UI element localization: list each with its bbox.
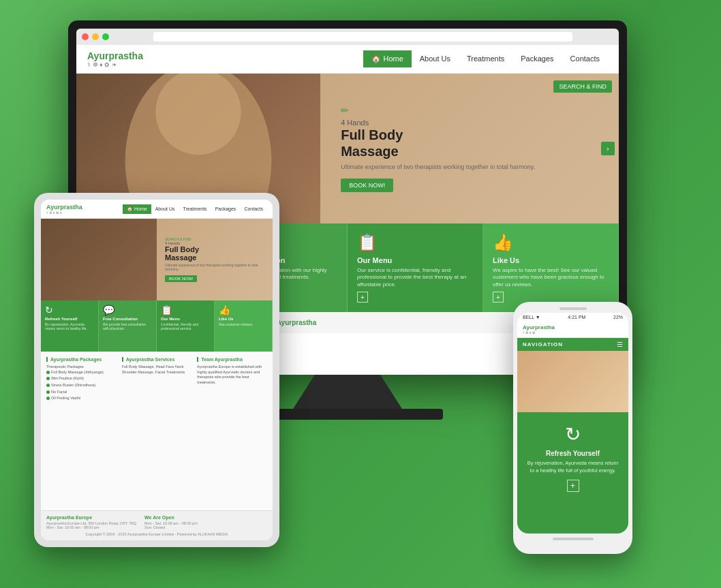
traffic-light-green[interactable] bbox=[102, 33, 109, 40]
phone-header: Ayurprastha ⚕ ☸ ♦ ✿ bbox=[517, 322, 628, 338]
tablet-header: Ayurprastha ⚕ ☸ ♦ ✿ ❧ 🏠 Home About Us Tr… bbox=[41, 200, 273, 219]
tablet-hero-desc: Ultimate experience of two therapists wo… bbox=[165, 263, 264, 271]
pencil-icon: ✏ bbox=[341, 105, 349, 116]
tablet-nav-packages[interactable]: Packages bbox=[211, 204, 241, 214]
phone: BELL ▼ 4:21 PM 22% Ayurprastha ⚕ ☸ ♦ ✿ N… bbox=[513, 302, 632, 554]
phone-home-indicator[interactable] bbox=[553, 538, 594, 540]
phone-hero bbox=[517, 351, 628, 412]
hero-next-arrow[interactable]: › bbox=[601, 142, 615, 155]
tablet-nav-treatments[interactable]: Treatments bbox=[179, 204, 211, 214]
like-icon: 👍 bbox=[493, 233, 513, 252]
phone-feature-title: Refresh Yourself bbox=[546, 450, 600, 457]
traffic-light-red[interactable] bbox=[82, 33, 89, 40]
tablet-screen: Ayurprastha ⚕ ☸ ♦ ✿ ❧ 🏠 Home About Us Tr… bbox=[41, 200, 273, 540]
tablet-hero-image bbox=[41, 219, 157, 300]
phone-logo: Ayurprastha bbox=[523, 324, 555, 330]
feature-menu: 📋 Our Menu Our service is confidential, … bbox=[348, 223, 483, 312]
tablet-packages-text: Therapeutic Packages Full Body Massage (… bbox=[46, 365, 117, 401]
site-logo: Ayurprastha bbox=[87, 50, 143, 61]
tablet-team-title: Team Ayurprastha bbox=[197, 357, 267, 362]
tablet-like-title: Like Us bbox=[219, 317, 233, 321]
phone-carrier: BELL ▼ bbox=[523, 315, 540, 320]
feature-menu-title: Our Menu bbox=[357, 256, 392, 264]
book-now-button[interactable]: BOOK NOW! bbox=[341, 179, 393, 192]
tablet-website: Ayurprastha ⚕ ☸ ♦ ✿ ❧ 🏠 Home About Us Tr… bbox=[41, 200, 273, 540]
tablet-footer: Ayurprastha Europe Ayurprastha Europe Lt… bbox=[41, 510, 273, 540]
tablet-menu-icon: 📋 bbox=[161, 305, 172, 315]
tablet-nav-about[interactable]: About Us bbox=[151, 204, 179, 214]
tablet-feature-menu: 📋 Our Menu Confidential, friendly and pr… bbox=[157, 300, 215, 352]
scene: Ayurprastha ⚕ ☸ ♦ ✿ ❧ 🏠 Home About Us Tr… bbox=[0, 0, 721, 588]
hero-description: Ultimate experience of two therapists wo… bbox=[341, 164, 535, 170]
phone-battery: 22% bbox=[613, 315, 623, 320]
tablet-col-team: Team Ayurprastha Ayurprastha Europe is e… bbox=[197, 357, 267, 403]
search-find-button[interactable]: SEARCH & FIND bbox=[553, 80, 612, 93]
tablet-col-packages: Ayurprastha Packages Therapeutic Package… bbox=[46, 357, 117, 403]
feature-like: 👍 Like Us We aspire to have the best! Se… bbox=[483, 223, 619, 312]
address-bar[interactable] bbox=[153, 32, 572, 42]
tablet-packages-title: Ayurprastha Packages bbox=[46, 357, 117, 362]
tablet-nav: 🏠 Home About Us Treatments Packages Cont… bbox=[123, 204, 267, 214]
tablet: Ayurprastha ⚕ ☸ ♦ ✿ ❧ 🏠 Home About Us Tr… bbox=[34, 193, 279, 547]
tablet-hero: SEARCH & FIND 4 Hands Full BodyMassage U… bbox=[41, 219, 273, 300]
tablet-hero-content: SEARCH & FIND 4 Hands Full BodyMassage U… bbox=[157, 219, 273, 300]
menu-icon: 📋 bbox=[357, 233, 378, 252]
hero-content: SEARCH & FIND ✏ 4 Hands Full Body Massag… bbox=[320, 74, 619, 223]
monitor-stand bbox=[293, 375, 402, 409]
phone-nav-label: NAVIGATION bbox=[523, 341, 563, 347]
tablet-feature-like: 👍 Like Us See customer reviews. bbox=[215, 300, 273, 352]
feature-menu-plus[interactable]: + bbox=[357, 292, 368, 303]
tablet-logo: Ayurprastha bbox=[46, 204, 82, 211]
tablet-col-services: Ayurprastha Services Full Body Massage, … bbox=[122, 357, 192, 403]
tablet-logo-icons: ⚕ ☸ ♦ ✿ ❧ bbox=[46, 211, 82, 215]
phone-hero-image bbox=[517, 351, 628, 412]
nav-contacts[interactable]: Contacts bbox=[562, 50, 608, 67]
tablet-refresh-desc: By rejuvenation, Ayurveda means return t… bbox=[45, 322, 94, 330]
tablet-content: Ayurprastha Packages Therapeutic Package… bbox=[41, 352, 273, 510]
tablet-services-title: Ayurprastha Services bbox=[122, 357, 192, 362]
tablet-feature-refresh: ↻ Refresh Yourself By rejuvenation, Ayur… bbox=[41, 300, 99, 352]
hero-subtitle: 4 Hands bbox=[341, 119, 369, 127]
feature-like-desc: We aspire to have the best! See our valu… bbox=[493, 267, 609, 288]
nav-about[interactable]: About Us bbox=[412, 50, 459, 67]
tablet-consultation-icon: 💬 bbox=[103, 305, 114, 315]
site-header: Ayurprastha ⚕ ☸ ♦ ✿ ❧ 🏠 Home About Us Tr… bbox=[76, 45, 619, 74]
tablet-team-text: Ayurprastha Europe is established with h… bbox=[197, 365, 267, 386]
site-nav: 🏠 Home About Us Treatments Packages Cont… bbox=[363, 50, 608, 67]
tablet-menu-title: Our Menu bbox=[161, 317, 180, 321]
feature-like-title: Like Us bbox=[493, 256, 519, 264]
phone-hamburger-icon[interactable]: ☰ bbox=[617, 341, 623, 348]
monitor-base bbox=[252, 409, 443, 420]
phone-feature-desc: By rejuvenation, Ayurveda means return t… bbox=[525, 460, 620, 474]
nav-treatments[interactable]: Treatments bbox=[459, 50, 512, 67]
phone-time: 4:21 PM bbox=[568, 315, 585, 320]
tablet-menu-desc: Confidential, friendly and professional … bbox=[161, 322, 210, 330]
tablet-nav-contacts[interactable]: Contacts bbox=[240, 204, 267, 214]
tablet-features: ↻ Refresh Yourself By rejuvenation, Ayur… bbox=[41, 300, 273, 352]
phone-speaker bbox=[559, 307, 587, 310]
tablet-feature-consultation: 💬 Free Consultation We provide free cons… bbox=[99, 300, 157, 352]
tablet-consultation-title: Free Consultation bbox=[103, 317, 138, 321]
phone-status-bar: BELL ▼ 4:21 PM 22% bbox=[517, 313, 628, 322]
feature-menu-desc: Our service is confidential, friendly an… bbox=[357, 267, 473, 288]
phone-nav-bar: NAVIGATION ☰ bbox=[517, 338, 628, 351]
tablet-book-btn[interactable]: BOOK NOW! bbox=[165, 275, 197, 282]
hero-title: Full Body Massage bbox=[341, 127, 403, 159]
tablet-nav-home[interactable]: 🏠 Home bbox=[123, 204, 151, 214]
feature-like-plus[interactable]: + bbox=[493, 292, 504, 303]
phone-refresh-icon: ↻ bbox=[565, 423, 581, 446]
tablet-services-text: Full Body Massage, Head Face Neck Should… bbox=[122, 365, 192, 375]
phone-feature-refresh: ↻ Refresh Yourself By rejuvenation, Ayur… bbox=[517, 412, 628, 533]
nav-home[interactable]: 🏠 Home bbox=[363, 50, 411, 67]
phone-website: BELL ▼ 4:21 PM 22% Ayurprastha ⚕ ☸ ♦ ✿ N… bbox=[517, 313, 628, 533]
tablet-content-row: Ayurprastha Packages Therapeutic Package… bbox=[46, 357, 267, 403]
tablet-hero-title: Full BodyMassage bbox=[165, 245, 264, 262]
tablet-consultation-desc: We provide free consultation with physic… bbox=[103, 322, 152, 330]
tablet-refresh-title: Refresh Yourself bbox=[45, 317, 77, 321]
phone-feature-plus[interactable]: + bbox=[567, 480, 579, 492]
nav-packages[interactable]: Packages bbox=[512, 50, 562, 67]
traffic-light-yellow[interactable] bbox=[92, 33, 99, 40]
tablet-refresh-icon: ↻ bbox=[45, 305, 53, 315]
monitor-top-bar bbox=[76, 29, 619, 45]
site-logo-icons: ⚕ ☸ ♦ ✿ ❧ bbox=[87, 61, 143, 68]
